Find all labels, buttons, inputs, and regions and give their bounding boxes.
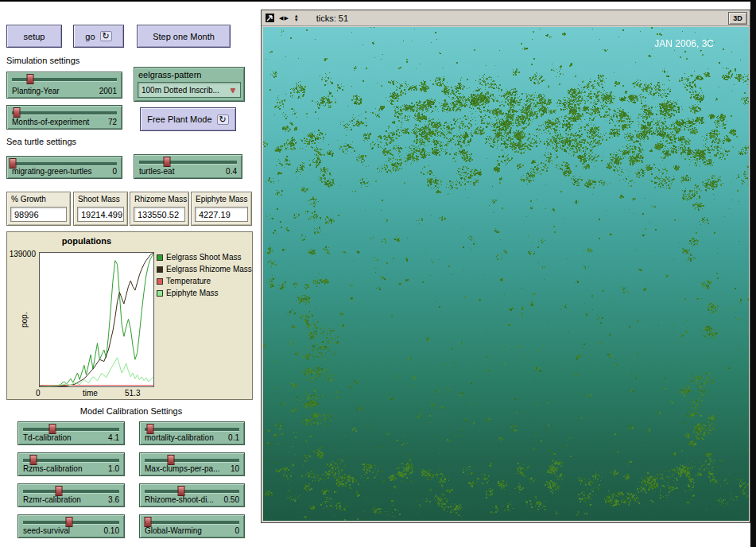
legend-swatch-epiphyte-mass — [157, 290, 163, 297]
rhizome-shoot-distribution-slider[interactable]: Rhizome-shoot-di...0.50 — [139, 483, 245, 507]
view-header-bar: ◀▶ ▲▼ ticks: 51 3D — [262, 10, 750, 26]
plot-canvas — [39, 252, 154, 387]
monitor-value: 98996 — [10, 207, 67, 222]
slider-label: Td-calibration — [23, 433, 72, 442]
plot-x-axis-label: time — [83, 389, 98, 398]
window-right-border — [750, 0, 756, 547]
slider-value: 1.0 — [108, 464, 119, 473]
slider-value: 0 — [235, 526, 239, 535]
slider-label: Rhizome-shoot-di... — [145, 495, 214, 504]
rzmr-calibration-slider[interactable]: Rzmr-calibration3.6 — [17, 483, 125, 507]
forever-icon: ↻ — [217, 114, 229, 125]
slider-value: 0.4 — [226, 167, 237, 176]
plot-series-svg — [40, 253, 153, 386]
setup-button[interactable]: setup — [6, 25, 62, 48]
slider-label: mortality-calibration — [145, 433, 214, 442]
chooser-selected-value: 100m Dotted Inscrib... — [142, 86, 229, 95]
monitor-label: Epiphyte Mass — [196, 195, 248, 204]
legend-entry: Temperature — [157, 275, 252, 287]
slider-handle[interactable] — [163, 157, 170, 167]
slider-value: 0.1 — [228, 433, 239, 442]
slider-handle[interactable] — [26, 74, 33, 84]
rzms-calibration-slider[interactable]: Rzms-calibration1.0 — [17, 452, 125, 476]
world-display[interactable]: JAN 2006, 3C — [263, 27, 749, 521]
slider-track — [12, 111, 117, 114]
legend-label: Eelgrass Shoot Mass — [166, 253, 242, 262]
step-one-month-button[interactable]: Step one Month — [137, 25, 231, 48]
turtles-eat-slider[interactable]: turtles-eat0.4 — [134, 154, 242, 179]
step-button-label: Step one Month — [153, 32, 215, 41]
monitor-label: % Growth — [11, 195, 46, 204]
slider-label: Rzmr-calibration — [23, 495, 81, 504]
setup-button-label: setup — [24, 32, 45, 41]
plot-legend: Eelgrass Shoot Mass Eelgrass Rhizome Mas… — [157, 251, 252, 299]
world-view-frame: ◀▶ ▲▼ ticks: 51 3D JAN 2006, 3C — [261, 10, 750, 523]
slider-handle[interactable] — [13, 107, 20, 118]
monitor-label: Shoot Mass — [78, 195, 120, 204]
legend-swatch-rhizome-mass — [157, 266, 163, 273]
slider-label: Global-Warming — [145, 526, 202, 535]
growth-monitor: % Growth 98996 — [6, 192, 71, 226]
monitor-label: Rhizome Mass — [134, 195, 187, 204]
slider-label: turtles-eat — [139, 167, 174, 176]
slider-track — [12, 162, 117, 165]
model-calibration-settings-label: Model Calibration Settings — [16, 406, 246, 416]
view-size-icon[interactable] — [266, 14, 274, 22]
view-vertical-arrows-icon[interactable]: ▲▼ — [294, 14, 299, 22]
legend-swatch-temperature — [157, 278, 163, 285]
td-calibration-slider[interactable]: Td-calibration4.1 — [17, 421, 125, 445]
migrating-green-turtles-slider[interactable]: migrating-green-turtles0 — [6, 156, 122, 179]
mortality-calibration-slider[interactable]: mortality-calibration0.1 — [139, 421, 245, 445]
monitor-value: 4227.19 — [195, 207, 248, 222]
rhizome-mass-monitor: Rhizome Mass 133550.52 — [130, 192, 189, 226]
slider-value: 0 — [112, 167, 117, 176]
go-button[interactable]: go ↻ — [73, 25, 124, 48]
eelgrass-pattern-chooser[interactable]: eelgrass-pattern 100m Dotted Inscrib... … — [134, 67, 245, 102]
slider-track — [145, 428, 239, 431]
slider-value: 10 — [231, 464, 239, 473]
slider-track — [23, 428, 119, 431]
forever-icon: ↻ — [100, 31, 112, 41]
chooser-label: eelgrass-pattern — [138, 70, 202, 80]
sea-turtle-settings-label: Sea turtle settings — [6, 137, 76, 146]
slider-label: migrating-green-turtles — [12, 167, 92, 176]
netlogo-app-window: setup go ↻ Step one Month Simulation set… — [0, 0, 756, 547]
slider-track — [23, 459, 119, 462]
slider-value: 2001 — [99, 87, 117, 95]
slider-value: 4.1 — [108, 433, 119, 442]
legend-entry: Epiphyte Mass — [157, 287, 252, 299]
slider-value: 3.6 — [108, 495, 119, 504]
global-warming-slider[interactable]: Global-Warming0 — [139, 514, 245, 538]
legend-entry: Eelgrass Shoot Mass — [157, 251, 252, 263]
slider-label: Planting-Year — [12, 87, 60, 95]
monitor-value: 19214.499 — [77, 207, 124, 222]
epiphyte-mass-monitor: Epiphyte Mass 4227.19 — [191, 192, 252, 226]
slider-track — [145, 490, 239, 493]
max-clumps-per-patch-slider[interactable]: Max-clumps-per-pa...10 — [139, 452, 245, 476]
slider-label: seed-survival — [23, 526, 70, 535]
populations-plot: populations 139000 pop. 0 time 51.3 Eelg… — [6, 231, 253, 400]
slider-track — [139, 161, 237, 164]
seed-survival-slider[interactable]: seed-survival0.10 — [17, 514, 125, 538]
slider-value: 72 — [108, 118, 117, 126]
plot-y-axis-label: pop. — [20, 312, 29, 328]
free-plant-mode-button[interactable]: Free Plant Mode ↻ — [140, 107, 236, 131]
slider-track — [23, 490, 119, 493]
monitor-value: 133550.52 — [134, 207, 185, 222]
view-3d-button[interactable]: 3D — [728, 12, 747, 25]
slider-label: Months-of-experiment — [12, 118, 89, 126]
ticks-counter: ticks: 51 — [316, 14, 348, 23]
world-canvas[interactable] — [263, 27, 749, 521]
slider-label: Rzms-calibration — [23, 464, 82, 473]
plot-x-min-label: 0 — [36, 389, 41, 398]
plot-y-max-label: 139000 — [7, 250, 36, 258]
slider-label: Max-clumps-per-pa... — [145, 464, 219, 473]
chooser-dropdown[interactable]: 100m Dotted Inscrib... ▼ — [138, 82, 241, 98]
planting-year-slider[interactable]: Planting-Year2001 — [6, 72, 122, 99]
view-horizontal-arrows-icon[interactable]: ◀▶ — [279, 15, 289, 21]
slider-track — [145, 459, 239, 462]
months-of-experiment-slider[interactable]: Months-of-experiment72 — [6, 105, 122, 130]
legend-label: Epiphyte Mass — [166, 289, 219, 297]
slider-track — [145, 521, 239, 524]
slider-value: 0.10 — [104, 526, 119, 535]
